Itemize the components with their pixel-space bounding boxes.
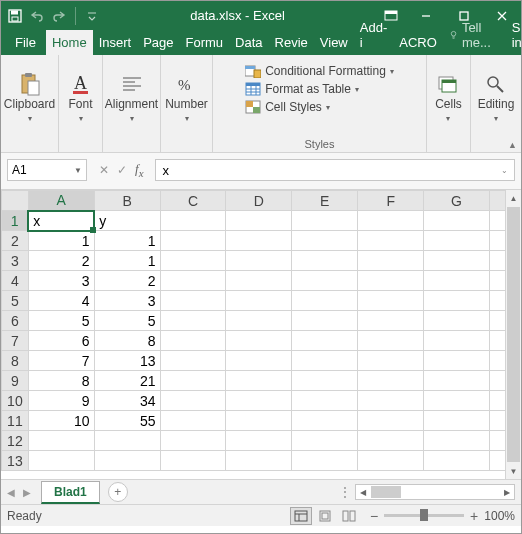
alignment-label[interactable]: Alignment xyxy=(105,97,158,111)
scroll-thumb[interactable] xyxy=(507,207,520,462)
cell[interactable] xyxy=(160,451,226,471)
cell[interactable] xyxy=(226,371,292,391)
row-header[interactable]: 8 xyxy=(2,351,29,371)
page-layout-view-button[interactable] xyxy=(314,507,336,525)
tab-home[interactable]: Home xyxy=(46,30,93,55)
sheet-tab[interactable]: Blad1 xyxy=(41,481,100,504)
sheet-next-icon[interactable]: ▶ xyxy=(23,487,31,498)
cell[interactable] xyxy=(358,251,424,271)
tab-add-i[interactable]: Add-i xyxy=(354,15,393,55)
cell[interactable] xyxy=(226,211,292,231)
tab-acro[interactable]: ACRO xyxy=(393,30,443,55)
new-sheet-button[interactable]: + xyxy=(108,482,128,502)
qat-customize-icon[interactable] xyxy=(84,8,100,24)
cells-label[interactable]: Cells xyxy=(435,97,462,111)
scroll-down-icon[interactable]: ▼ xyxy=(506,463,521,479)
cell[interactable] xyxy=(358,411,424,431)
horizontal-scrollbar[interactable]: ◀ ▶ xyxy=(355,484,515,500)
cell[interactable] xyxy=(160,371,226,391)
cell[interactable] xyxy=(292,271,358,291)
cell[interactable]: 1 xyxy=(94,231,160,251)
cell[interactable] xyxy=(292,411,358,431)
chevron-down-icon[interactable]: ▾ xyxy=(446,114,450,123)
cell[interactable] xyxy=(424,271,490,291)
cell[interactable] xyxy=(160,291,226,311)
cell[interactable] xyxy=(28,431,94,451)
cell[interactable]: y xyxy=(94,211,160,231)
column-header[interactable]: F xyxy=(358,191,424,211)
row-header[interactable]: 6 xyxy=(2,311,29,331)
cell[interactable] xyxy=(292,431,358,451)
cell[interactable] xyxy=(292,251,358,271)
cell[interactable] xyxy=(28,451,94,471)
sheet-prev-icon[interactable]: ◀ xyxy=(7,487,15,498)
collapse-ribbon-icon[interactable]: ▲ xyxy=(508,140,517,150)
tab-data[interactable]: Data xyxy=(229,30,268,55)
cell[interactable] xyxy=(292,211,358,231)
cell[interactable] xyxy=(292,231,358,251)
scroll-up-icon[interactable]: ▲ xyxy=(506,190,521,206)
column-header[interactable]: C xyxy=(160,191,226,211)
cell[interactable] xyxy=(226,271,292,291)
cell[interactable] xyxy=(226,231,292,251)
cell[interactable] xyxy=(292,391,358,411)
chevron-down-icon[interactable]: ▾ xyxy=(28,114,32,123)
tab-insert[interactable]: Insert xyxy=(93,30,138,55)
tell-me[interactable]: Tell me... xyxy=(443,15,502,55)
cell[interactable] xyxy=(226,391,292,411)
cell[interactable] xyxy=(226,411,292,431)
cell[interactable] xyxy=(424,251,490,271)
cell[interactable] xyxy=(94,451,160,471)
cell[interactable]: 8 xyxy=(28,371,94,391)
cell[interactable]: x xyxy=(28,211,94,231)
name-box[interactable]: A1 ▼ xyxy=(7,159,87,181)
cell[interactable] xyxy=(292,451,358,471)
cell[interactable] xyxy=(292,331,358,351)
cell[interactable] xyxy=(226,431,292,451)
cell[interactable]: 21 xyxy=(94,371,160,391)
cell[interactable] xyxy=(358,371,424,391)
cell[interactable] xyxy=(94,431,160,451)
row-header[interactable]: 3 xyxy=(2,251,29,271)
cell[interactable]: 55 xyxy=(94,411,160,431)
fx-icon[interactable]: fx xyxy=(135,161,143,179)
column-header[interactable]: G xyxy=(424,191,490,211)
tab-file[interactable]: File xyxy=(5,30,46,55)
cell[interactable]: 2 xyxy=(28,251,94,271)
cell[interactable] xyxy=(424,431,490,451)
row-header[interactable]: 1 xyxy=(2,211,29,231)
row-header[interactable]: 11 xyxy=(2,411,29,431)
sign-in[interactable]: Sign in xyxy=(502,15,522,55)
enter-icon[interactable]: ✓ xyxy=(117,163,127,177)
cell[interactable]: 5 xyxy=(94,311,160,331)
conditional-formatting[interactable]: Conditional Formatting ▾ xyxy=(243,63,396,79)
zoom-level[interactable]: 100% xyxy=(484,509,515,523)
cell[interactable] xyxy=(358,431,424,451)
select-all[interactable] xyxy=(2,191,29,211)
zoom-in-button[interactable]: + xyxy=(470,508,478,524)
cell[interactable] xyxy=(424,231,490,251)
row-header[interactable]: 5 xyxy=(2,291,29,311)
tab-revie[interactable]: Revie xyxy=(269,30,314,55)
page-break-view-button[interactable] xyxy=(338,507,360,525)
expand-formula-icon[interactable]: ⌄ xyxy=(501,166,508,175)
cell[interactable] xyxy=(160,271,226,291)
cell[interactable] xyxy=(160,231,226,251)
number-icon[interactable]: % xyxy=(174,73,200,95)
cell[interactable]: 8 xyxy=(94,331,160,351)
cell[interactable]: 7 xyxy=(28,351,94,371)
column-header[interactable]: E xyxy=(292,191,358,211)
cell[interactable] xyxy=(424,371,490,391)
cell[interactable] xyxy=(226,351,292,371)
cell[interactable] xyxy=(424,451,490,471)
cell[interactable]: 13 xyxy=(94,351,160,371)
font-label[interactable]: Font xyxy=(68,97,92,111)
cell[interactable]: 2 xyxy=(94,271,160,291)
cell[interactable] xyxy=(358,391,424,411)
cell[interactable] xyxy=(358,351,424,371)
cell[interactable]: 3 xyxy=(28,271,94,291)
save-icon[interactable] xyxy=(7,8,23,24)
cell[interactable] xyxy=(160,411,226,431)
scroll-thumb[interactable] xyxy=(371,486,401,498)
normal-view-button[interactable] xyxy=(290,507,312,525)
